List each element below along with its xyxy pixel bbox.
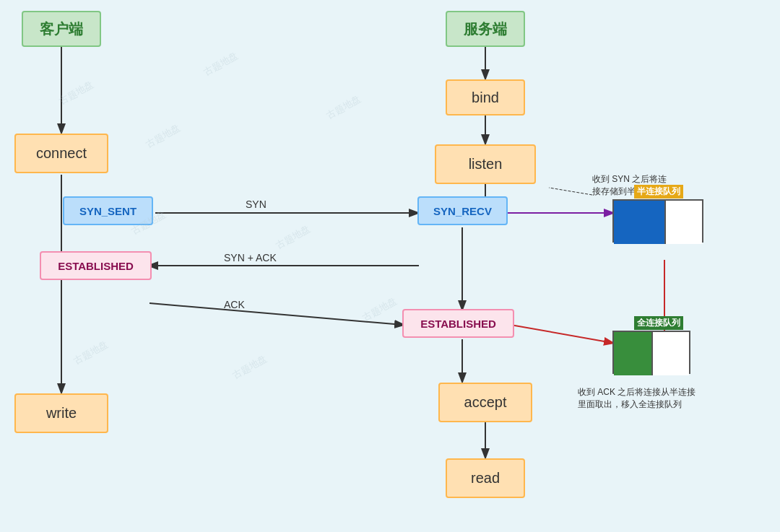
- accept-box: accept: [438, 383, 532, 422]
- full-queue-stripe-2: [627, 332, 640, 375]
- write-text: write: [46, 405, 77, 422]
- connect-box: connect: [14, 134, 108, 173]
- syn-sent-box: SYN_SENT: [63, 196, 153, 225]
- syn-sent-text: SYN_SENT: [79, 205, 136, 217]
- connect-text: connect: [36, 145, 87, 162]
- half-queue-stripe-4: [653, 201, 666, 244]
- svg-text:SYN: SYN: [246, 199, 266, 210]
- established-server-text: ESTABLISHED: [420, 318, 496, 330]
- svg-text:SYN + ACK: SYN + ACK: [224, 252, 277, 263]
- write-box: write: [14, 393, 108, 433]
- svg-text:ACK: ACK: [224, 299, 245, 310]
- read-box: read: [446, 458, 525, 498]
- watermark-8: 古题地盘: [144, 121, 183, 152]
- syn-recv-box: SYN_RECV: [417, 196, 508, 225]
- established-client-box: ESTABLISHED: [40, 251, 152, 280]
- full-queue-box: [612, 331, 690, 374]
- server-label-box: 服务端: [446, 11, 525, 47]
- watermark-5: 古题地盘: [274, 222, 313, 253]
- watermark-7: 古题地盘: [230, 352, 269, 383]
- listen-box: listen: [435, 144, 536, 184]
- watermark-3: 古题地盘: [324, 92, 363, 123]
- full-queue-label: 全连接队列: [634, 316, 683, 330]
- half-queue-box: [612, 199, 703, 243]
- bind-text: bind: [472, 90, 499, 106]
- established-server-box: ESTABLISHED: [402, 309, 514, 338]
- watermark-9: 古题地盘: [360, 295, 399, 325]
- full-queue-stripe-1: [614, 332, 627, 375]
- accept-text: accept: [464, 394, 507, 411]
- watermark-1: 古题地盘: [57, 78, 96, 108]
- listen-text: listen: [469, 156, 503, 173]
- full-queue-empty: [653, 332, 689, 375]
- half-queue-stripe-1: [614, 201, 627, 244]
- half-queue-label: 半连接队列: [634, 185, 683, 199]
- server-label-text: 服务端: [464, 19, 507, 39]
- svg-line-7: [150, 303, 403, 325]
- half-queue-stripe-2: [627, 201, 640, 244]
- full-queue-stripe-3: [640, 332, 653, 375]
- read-text: read: [471, 470, 500, 487]
- client-label-box: 客户端: [22, 11, 101, 47]
- watermark-6: 古题地盘: [72, 338, 110, 368]
- watermark-2: 古题地盘: [202, 49, 240, 79]
- bind-box: bind: [446, 79, 525, 115]
- svg-line-18: [549, 188, 592, 195]
- established-client-text: ESTABLISHED: [58, 260, 134, 272]
- client-label-text: 客户端: [40, 19, 83, 39]
- syn-recv-text: SYN_RECV: [433, 205, 492, 217]
- half-queue-empty: [666, 201, 702, 244]
- annotation-ack: 收到 ACK 之后将连接从半连接里面取出，移入全连接队列: [578, 386, 722, 411]
- full-queue-container: 全连接队列: [612, 318, 690, 374]
- diagram-container: 古题地盘 古题地盘 古题地盘 古题地盘 古题地盘 古题地盘 古题地盘 古题地盘 …: [0, 0, 780, 532]
- svg-line-17: [511, 325, 612, 343]
- half-queue-stripe-3: [640, 201, 653, 244]
